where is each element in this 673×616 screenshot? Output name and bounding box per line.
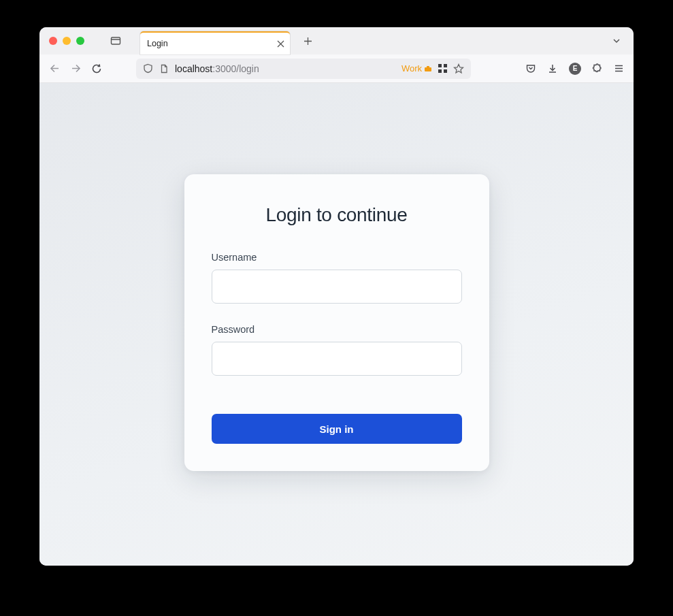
page-icon [159, 64, 169, 74]
svg-rect-9 [427, 66, 429, 68]
window-close-button[interactable] [49, 37, 57, 45]
toolbar: localhost:3000/login Work [39, 54, 634, 83]
login-card: Login to continue Username Password Sign… [184, 174, 489, 471]
password-input[interactable] [212, 342, 462, 376]
svg-marker-14 [455, 64, 463, 73]
content-area: Login to continue Username Password Sign… [39, 83, 634, 566]
password-field-group: Password [212, 324, 462, 376]
svg-rect-10 [438, 64, 442, 67]
briefcase-icon [424, 65, 432, 73]
traffic-lights [39, 37, 84, 45]
svg-rect-0 [112, 37, 120, 44]
svg-rect-8 [425, 67, 431, 71]
reload-button[interactable] [91, 63, 102, 74]
downloads-icon[interactable] [547, 63, 558, 74]
qr-icon[interactable] [438, 63, 448, 74]
url-bar[interactable]: localhost:3000/login Work [136, 59, 471, 79]
forward-button[interactable] [70, 63, 82, 74]
browser-tab[interactable]: Login [140, 31, 290, 54]
bookmark-star-icon[interactable] [453, 63, 464, 74]
password-label: Password [212, 324, 462, 335]
container-label[interactable]: Work [401, 63, 432, 74]
login-heading: Login to continue [212, 204, 462, 226]
extensions-icon[interactable] [592, 63, 603, 74]
browser-window: Login [39, 27, 634, 566]
username-input[interactable] [212, 270, 462, 304]
window-maximize-button[interactable] [76, 37, 84, 45]
app-menu-icon[interactable] [614, 63, 624, 74]
sidebar-toggle-button[interactable] [110, 35, 121, 46]
url-host: localhost [175, 63, 212, 74]
svg-rect-13 [444, 69, 447, 73]
url-path: :3000/login [212, 63, 259, 74]
close-tab-icon[interactable] [277, 40, 284, 48]
new-tab-button[interactable] [303, 37, 312, 46]
sign-in-button[interactable]: Sign in [212, 414, 462, 444]
window-minimize-button[interactable] [63, 37, 71, 45]
svg-rect-11 [444, 64, 447, 67]
shield-icon[interactable] [143, 63, 153, 74]
extension-badge[interactable]: E [569, 63, 581, 75]
tabs-overflow-button[interactable] [612, 36, 621, 46]
titlebar: Login [39, 27, 634, 54]
url-text: localhost:3000/login [175, 63, 395, 74]
svg-rect-12 [438, 69, 442, 73]
username-label: Username [212, 252, 462, 263]
tab-title: Login [147, 39, 168, 48]
username-field-group: Username [212, 252, 462, 304]
container-label-text: Work [401, 63, 422, 74]
pocket-icon[interactable] [525, 63, 536, 74]
back-button[interactable] [49, 63, 61, 74]
